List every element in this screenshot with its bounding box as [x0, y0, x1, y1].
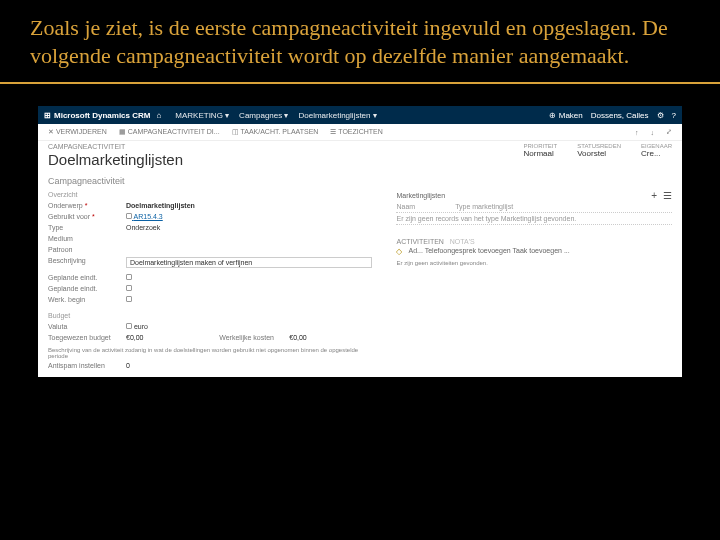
related-notes-tab[interactable]: NOTA'S	[450, 238, 475, 245]
field-medium[interactable]	[126, 235, 372, 245]
field-valuta[interactable]: euro	[126, 323, 372, 333]
mlist-empty: Er zijn geen records van het type Market…	[396, 213, 672, 225]
cmd-down-icon[interactable]: ↓	[651, 129, 655, 136]
cmd-activity[interactable]: ▦ CAMPAGNEACTIVITEIT DI...	[119, 128, 220, 136]
overview-label: Overzicht	[48, 191, 78, 201]
field-gebruikt[interactable]: AR15.4.3	[126, 213, 372, 223]
related-none: Er zijn geen activiteiten gevonden.	[396, 258, 672, 268]
field-antispam[interactable]: 0	[126, 362, 372, 372]
header-field-status: STATUSREDEN Voorstel	[577, 143, 621, 168]
form-right-column: Marketinglijsten + ☰ Naam Type marketing…	[396, 190, 672, 373]
field-type[interactable]: Onderzoek	[126, 224, 372, 234]
record-type: CAMPAGNEACTIVITEIT	[48, 143, 524, 150]
lock-icon	[126, 274, 132, 280]
mlist-add-icon[interactable]: +	[651, 190, 657, 201]
crm-brand: ⊞ Microsoft Dynamics CRM	[44, 111, 150, 120]
label-werkelijke: Werkelijke kosten	[219, 334, 289, 344]
cmd-task[interactable]: ◫ TAAK/ACHT. PLAATSEN	[232, 128, 319, 136]
field-onderwerp[interactable]: Doelmarketinglijsten	[126, 202, 372, 212]
mlist-col-name: Naam	[396, 203, 415, 210]
budget-label: Budget	[48, 312, 70, 322]
cmd-delete[interactable]: ✕ VERWIJDEREN	[48, 128, 107, 136]
crm-global-nav: ⊞ Microsoft Dynamics CRM ⌂ MARKETING ▾ C…	[38, 106, 682, 124]
logo-icon: ⊞	[44, 111, 51, 120]
nav-marketing[interactable]: MARKETING ▾	[175, 111, 229, 120]
field-toegewezen[interactable]: €0,00	[126, 334, 209, 344]
mlist-menu-icon[interactable]: ☰	[663, 190, 672, 201]
section-title: Campagneactiviteit	[48, 176, 672, 186]
user-name[interactable]: Dossens, Calles	[591, 111, 649, 120]
command-bar: ✕ VERWIJDEREN ▦ CAMPAGNEACTIVITEIT DI...…	[38, 124, 682, 141]
field-einddatum[interactable]	[126, 285, 372, 295]
label-antispam: Antispam instellen	[48, 362, 126, 372]
header-field-priority: PRIORITEIT Normaal	[524, 143, 558, 168]
field-begindatum[interactable]	[126, 274, 372, 284]
label-valuta: Valuta	[48, 323, 126, 333]
slide-caption: Zoals je ziet, is de eerste campagneacti…	[0, 0, 720, 84]
crm-screenshot: ⊞ Microsoft Dynamics CRM ⌂ MARKETING ▾ C…	[38, 106, 682, 377]
cmd-supervise[interactable]: ☰ TOEZICHTEN	[330, 128, 382, 136]
mlist-title: Marketinglijsten	[396, 192, 445, 199]
create-button[interactable]: ⊕ Maken	[549, 111, 582, 120]
field-werkelijke[interactable]: €0,00	[289, 334, 372, 344]
field-beschrijving[interactable]: Doelmarketinglijsten maken of verfijnen	[126, 257, 372, 268]
cmd-expand-icon[interactable]: ⤢	[666, 128, 672, 136]
brand-name: Microsoft Dynamics CRM	[54, 111, 150, 120]
record-title: Doelmarketinglijsten	[48, 151, 524, 168]
label-medium: Medium	[48, 235, 126, 245]
nav-doelmarketing[interactable]: Doelmarketinglijsten ▾	[298, 111, 376, 120]
label-type: Type	[48, 224, 126, 234]
lock-icon	[126, 323, 132, 329]
lock-icon	[126, 285, 132, 291]
form-left-column: Overzicht Onderwerp* Doelmarketinglijste…	[48, 190, 372, 373]
label-werkbegin: Werk. begin	[48, 296, 126, 306]
label-einddatum: Geplande eindt.	[48, 285, 126, 295]
nav-campaigns[interactable]: Campagnes ▾	[239, 111, 288, 120]
label-patroon: Patroon	[48, 246, 126, 256]
section-note: Beschrijving van de activiteit zodanig i…	[48, 345, 372, 361]
label-onderwerp: Onderwerp	[48, 202, 83, 209]
record-header: CAMPAGNEACTIVITEIT Doelmarketinglijsten …	[38, 141, 682, 172]
label-beschrijving: Beschrijving	[48, 257, 126, 268]
header-field-owner: EIGENAAR Cre...	[641, 143, 672, 168]
gear-icon[interactable]: ⚙	[657, 111, 664, 120]
mlist-col-type: Type marketinglijst	[455, 203, 513, 210]
field-patroon[interactable]	[126, 246, 372, 256]
label-begindatum: Geplande eindt.	[48, 274, 126, 284]
related-item[interactable]: Ad... Telefoongesprek toevoegen Taak toe…	[396, 247, 672, 256]
lock-icon	[126, 296, 132, 302]
label-gebruikt: Gebruikt voor	[48, 213, 90, 220]
cmd-up-icon[interactable]: ↑	[635, 129, 639, 136]
help-icon[interactable]: ?	[672, 111, 676, 120]
related-activities-tab[interactable]: ACTIVITEITEN	[396, 238, 443, 245]
label-toegewezen: Toegewezen budget	[48, 334, 126, 344]
lock-icon	[126, 213, 132, 219]
home-icon[interactable]: ⌂	[156, 111, 161, 120]
field-werkbegin[interactable]	[126, 296, 372, 306]
